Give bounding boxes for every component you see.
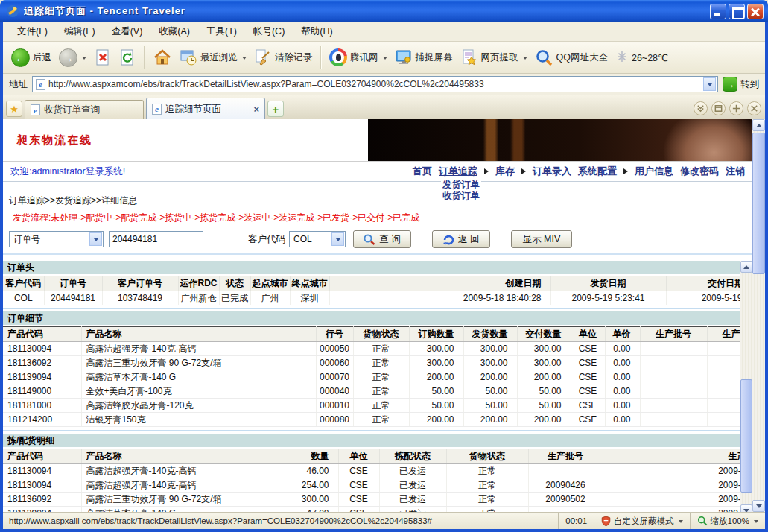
arrow-right-icon (623, 168, 628, 174)
new-tab-button[interactable]: + (267, 101, 284, 117)
menu-item[interactable]: 帮助(H) (293, 23, 340, 40)
restore-tab-button[interactable] (711, 101, 726, 115)
column-header: 拣配状态 (379, 449, 446, 464)
table-cell: 181139094 (3, 507, 81, 513)
tab-close-icon[interactable]: × (253, 104, 259, 115)
pin-tab-button[interactable] (729, 101, 743, 115)
table-cell: 000060 (316, 356, 353, 370)
scrollbar-track[interactable] (752, 131, 765, 500)
close-tabbar-button[interactable] (747, 101, 761, 115)
table-cell: 200.00 (463, 370, 517, 384)
return-button[interactable]: 返 回 (432, 230, 490, 248)
tab-track-detail[interactable]: 追踪细节页面 × (146, 98, 265, 119)
clear-history-icon (254, 48, 272, 66)
menu-item[interactable]: 帐号(C) (245, 23, 293, 40)
table-cell: 000050 (316, 342, 353, 356)
menu-item[interactable]: 工具(T) (198, 23, 245, 40)
menu-item[interactable]: 查看(V) (104, 23, 151, 40)
table-cell (640, 370, 707, 384)
table-cell: 2009-5-19 8 (666, 291, 740, 305)
table-cell (707, 356, 740, 370)
table-cell: 高露洁三重功效牙膏 90 G-72支/箱 (81, 356, 316, 370)
nav-inventory[interactable]: 库存 (495, 165, 515, 178)
dropdown-item-ship-order[interactable]: 发货订单 (442, 180, 480, 191)
scroll-up-button[interactable] (740, 261, 752, 273)
home-button[interactable] (149, 47, 176, 68)
query-button[interactable]: 查 询 (353, 230, 411, 248)
nav-logout[interactable]: 注销 (726, 165, 745, 178)
back-button[interactable]: ← 后退 (7, 47, 55, 69)
forward-button[interactable]: → (55, 47, 90, 69)
qq-sites-button[interactable]: QQ网址大全 (531, 47, 612, 69)
close-button[interactable] (747, 4, 764, 19)
nav-change-password[interactable]: 修改密码 (680, 165, 719, 178)
column-header: 数量 (279, 449, 338, 464)
block-mode-control[interactable]: 自定义屏蔽模式 (594, 513, 690, 529)
table-cell: CSE (338, 478, 379, 493)
minimize-button[interactable] (710, 4, 726, 19)
star-icon: ★ (10, 104, 19, 115)
search-type-select[interactable]: 订单号 (9, 231, 104, 247)
address-dropdown-button[interactable] (703, 77, 716, 91)
shipping-process-text: 发货流程:未处理->配货中->配货完成->拣货中->拣货完成->装运中->装运完… (13, 212, 752, 224)
page-extract-button[interactable]: 网页提取 (457, 47, 531, 68)
close-x-icon (749, 104, 759, 113)
customer-code-select[interactable]: COL (289, 231, 346, 247)
go-button[interactable]: → 转到 (723, 77, 759, 92)
stop-button[interactable] (90, 47, 115, 69)
nav-system-config[interactable]: 系统配置 (578, 165, 617, 178)
table-cell: 正常 (353, 384, 409, 399)
scroll-down-button[interactable] (740, 504, 752, 512)
clear-history-button[interactable]: 清除记录 (250, 47, 316, 68)
scroll-down-button[interactable] (752, 500, 765, 512)
nav-order-track[interactable]: 订单追踪 (439, 165, 477, 178)
table-cell: 洁银牙膏150克 (81, 413, 316, 427)
scrollbar-thumb[interactable] (740, 379, 752, 493)
address-input[interactable]: http://www.aspxamcom/ebs/track/TrackDeta… (32, 76, 718, 92)
menu-item[interactable]: 文件(F) (9, 23, 56, 40)
inner-scrollbar[interactable] (740, 261, 752, 512)
tab-receive-order-query[interactable]: 收货订单查询 (25, 100, 144, 119)
table-cell: 0.00 (605, 342, 640, 356)
column-header: 单位 (571, 327, 605, 342)
scrollbar-track[interactable] (740, 273, 752, 504)
menu-item[interactable]: 编辑(E) (56, 23, 104, 40)
table-cell: 正常 (446, 507, 528, 513)
scroll-up-button[interactable] (752, 119, 765, 131)
nav-order-entry[interactable]: 订单录入 (533, 165, 571, 178)
chevron-down-icon (679, 520, 683, 525)
page-scrollbar[interactable] (752, 119, 765, 512)
section-picking-detail: 拣/配货明细 (3, 434, 740, 447)
dropdown-item-receive-order[interactable]: 收货订单 (442, 191, 480, 202)
recent-history-button[interactable]: 最近浏览 (176, 47, 250, 68)
table-cell (640, 356, 707, 370)
weather-widget[interactable]: 26~28℃ (612, 48, 672, 66)
search-form: 订单号 客户代码 COL 查 询 (3, 230, 752, 255)
table-cell: 300.00 (463, 342, 517, 356)
column-header: 生产批号 (640, 327, 707, 342)
order-number-input[interactable] (109, 231, 203, 247)
table-cell: CSE (571, 399, 605, 413)
tencent-site-button[interactable]: 腾讯网 (326, 47, 391, 68)
refresh-button[interactable] (115, 47, 139, 69)
table-cell: 20090426 (528, 478, 603, 493)
search-icon (363, 233, 375, 246)
scrollbar-thumb[interactable] (752, 133, 765, 274)
table-row: 181139094高露洁草本牙膏-140 G47.00CSE已发运正常2009-… (3, 507, 740, 513)
table-cell: 50.00 (517, 384, 571, 399)
zoom-control[interactable]: 缩放100% (690, 513, 765, 529)
table-cell: 正常 (353, 413, 409, 427)
zoom-magnifier-icon (697, 516, 708, 526)
show-miv-button[interactable]: 显示 MIV (511, 230, 572, 248)
capture-screen-button[interactable]: 捕捉屏幕 (391, 47, 457, 68)
maximize-button[interactable] (729, 4, 745, 19)
table-row: 181130094高露洁超强牙膏-140克-高钙000050正常300.0030… (3, 342, 740, 356)
nav-home[interactable]: 首页 (413, 165, 432, 178)
status-bar: http://www.aspxaill com/ebs/track/TrackD… (3, 512, 765, 529)
tab-list-button[interactable] (694, 101, 708, 115)
favorites-button[interactable]: ★ (6, 101, 22, 117)
menu-item[interactable]: 收藏(A) (150, 23, 198, 40)
column-header: 终点城市 (290, 276, 329, 291)
table-cell (707, 413, 740, 427)
nav-user-info[interactable]: 用户信息 (635, 165, 673, 178)
